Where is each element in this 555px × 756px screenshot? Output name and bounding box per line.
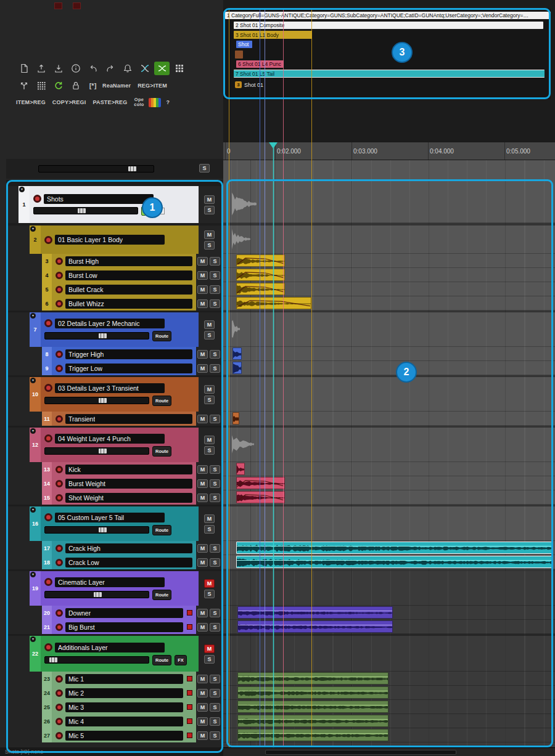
arrange-lane[interactable] — [223, 254, 555, 268]
grid-button[interactable] — [171, 62, 187, 75]
arrange-lane[interactable] — [223, 428, 555, 462]
arrange-lane[interactable] — [223, 226, 555, 254]
track-row[interactable]: ▾702 Details Layer 2 MechanicRouteMS — [6, 312, 223, 347]
arrange-lane[interactable] — [223, 571, 555, 606]
track-name-field[interactable]: Mic 2 — [65, 688, 183, 698]
mute-button[interactable]: M — [204, 320, 215, 329]
solo-button[interactable]: S — [210, 558, 220, 567]
track-name-field[interactable]: Mic 1 — [65, 674, 183, 684]
volume-fader[interactable] — [33, 207, 138, 214]
region-bar[interactable]: 7 Shot 01 L5 Tail — [234, 70, 545, 78]
track-number-strip[interactable]: ▾7 — [30, 312, 41, 347]
track-row[interactable]: 3Burst HighMS — [6, 254, 223, 268]
track-row[interactable]: 6Bullet WhizzMS — [6, 296, 223, 311]
solo-button[interactable]: S — [210, 609, 220, 617]
track-name-field[interactable]: Cinematic Layer — [55, 577, 165, 587]
record-arm-button[interactable] — [44, 384, 52, 392]
volume-fader[interactable] — [44, 591, 149, 598]
folder-toggle-icon[interactable]: ▾ — [19, 187, 25, 192]
paste-to-region-button[interactable]: PASTE>REG — [92, 99, 127, 105]
mute-button[interactable]: M — [197, 623, 208, 632]
audio-item[interactable] — [236, 491, 285, 503]
solo-button[interactable]: S — [204, 241, 215, 250]
solo-button[interactable]: S — [210, 731, 220, 740]
track-number-strip[interactable]: 4 — [42, 268, 52, 282]
track-name-field[interactable]: Burst Weight — [65, 479, 192, 489]
record-arm-button[interactable] — [44, 434, 52, 442]
region-bar[interactable] — [235, 51, 243, 59]
record-arm-button[interactable] — [56, 704, 63, 711]
loop-button[interactable] — [51, 79, 66, 92]
marker[interactable]: 3Shot 01 — [235, 81, 263, 88]
mute-button[interactable]: M — [197, 479, 208, 488]
solo-button[interactable]: S — [204, 446, 215, 455]
mute-button[interactable]: M — [197, 675, 208, 683]
region-bar[interactable]: 1 CategoryFull=GUNS-ANTIQUE;Category=GUN… — [225, 12, 551, 19]
audio-item[interactable] — [237, 715, 388, 727]
track-name-field[interactable]: Burst High — [65, 256, 192, 266]
track-row[interactable]: ▾1204 Weight Layer 4 PunchRouteMS — [6, 428, 223, 462]
route-button[interactable]: Route — [152, 446, 171, 457]
mute-button[interactable]: M — [204, 514, 215, 523]
track-row[interactable]: ▾201 Basic Layer 1 BodyMS — [6, 226, 223, 254]
track-name-field[interactable]: 01 Basic Layer 1 Body — [55, 235, 165, 245]
audio-item[interactable] — [232, 412, 239, 425]
copy-to-region-button[interactable]: COPY>REGI — [52, 99, 86, 105]
track-name-field[interactable]: 02 Details Layer 2 Mechanic — [55, 319, 165, 328]
fader-handle[interactable] — [78, 208, 86, 213]
arrange-lane[interactable] — [223, 490, 555, 505]
fader-handle[interactable] — [94, 592, 102, 597]
mute-button[interactable]: M — [197, 364, 208, 373]
fader-handle[interactable] — [99, 527, 107, 532]
new-file-button[interactable] — [16, 62, 31, 75]
track-number-strip[interactable]: 15 — [42, 490, 52, 505]
audio-item[interactable] — [236, 297, 311, 309]
fader-handle[interactable] — [99, 333, 107, 338]
region-bar[interactable]: 6 Shot 01 L4 Punc — [236, 60, 284, 68]
solo-button[interactable]: S — [204, 206, 215, 214]
volume-fader[interactable] — [44, 447, 149, 455]
track-row[interactable]: ▾22Additionals LayerRouteFXMS — [6, 636, 223, 672]
record-arm-button[interactable] — [56, 494, 63, 502]
track-name-field[interactable]: 03 Details Layer 3 Transient — [55, 383, 165, 393]
mute-button[interactable]: M — [197, 350, 208, 359]
arrange-lane[interactable] — [223, 606, 555, 620]
volume-fader[interactable] — [44, 397, 149, 404]
track-number-strip[interactable]: ▾22 — [30, 636, 41, 672]
solo-button[interactable]: S — [210, 544, 220, 553]
solo-button[interactable]: S — [210, 465, 220, 474]
track-row[interactable]: 20DownerMS — [6, 606, 223, 620]
arrange-lane[interactable] — [223, 312, 555, 347]
track-name-field[interactable]: Shot Weight — [65, 493, 192, 503]
volume-fader[interactable] — [44, 526, 149, 534]
track-name-field[interactable]: Trigger High — [65, 349, 192, 359]
track-name-field[interactable]: Big Burst — [65, 622, 183, 632]
arrange-lane[interactable] — [223, 347, 555, 361]
track-row[interactable]: 24Mic 2MS — [6, 686, 223, 700]
arrange-lane[interactable] — [223, 728, 555, 742]
arrange-lane[interactable] — [223, 377, 555, 412]
audio-item[interactable] — [236, 556, 553, 568]
mute-button[interactable]: M — [197, 299, 208, 308]
solo-button[interactable]: S — [210, 703, 220, 712]
arrange-lane[interactable] — [223, 686, 555, 700]
track-row[interactable]: ▾1003 Details Layer 3 TransientRouteMS — [6, 377, 223, 412]
track-row[interactable]: 21Big BurstMS — [6, 620, 223, 634]
scrollbar-thumb[interactable] — [265, 750, 456, 755]
record-arm-button[interactable] — [56, 272, 63, 279]
record-arm-button[interactable] — [33, 195, 41, 203]
track-row[interactable]: 11TransientMS — [6, 412, 223, 426]
region-bar[interactable]: 2 Shot 01 Composite — [234, 22, 543, 29]
track-number-strip[interactable]: ▾19 — [30, 571, 41, 606]
horizontal-scrollbar[interactable] — [223, 747, 555, 756]
mute-button[interactable]: M — [197, 285, 208, 294]
lock-button[interactable] — [68, 79, 83, 92]
solo-button[interactable]: S — [210, 257, 220, 266]
folder-toggle-icon[interactable]: ▾ — [30, 636, 36, 642]
track-number-strip[interactable]: ▾2 — [30, 226, 41, 254]
track-name-field[interactable]: Mic 5 — [65, 731, 183, 741]
folder-toggle-icon[interactable]: ▾ — [30, 507, 36, 513]
mute-button[interactable]: M — [197, 609, 208, 617]
audio-item[interactable] — [236, 283, 285, 295]
arrange-lane[interactable] — [223, 462, 555, 476]
